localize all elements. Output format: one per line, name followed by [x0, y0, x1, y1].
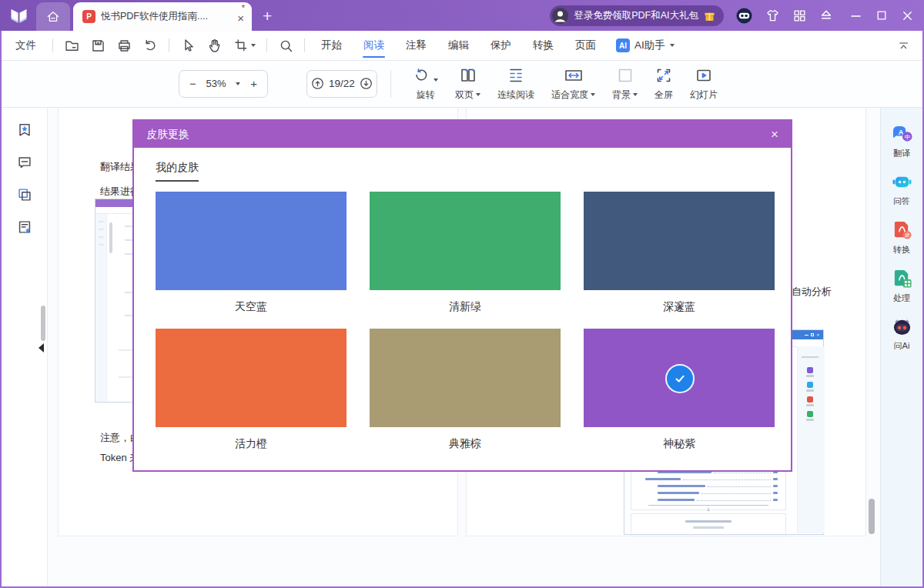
close-window-button[interactable] [902, 10, 913, 22]
skin-swatch[interactable] [584, 329, 775, 427]
save-icon[interactable] [85, 34, 111, 57]
skin-name: 神秘紫 [584, 437, 775, 453]
total-pages: 22 [343, 78, 355, 89]
previous-page-button[interactable] [310, 76, 325, 91]
tab-annotate[interactable]: 注释 [395, 31, 437, 60]
document-scrollbar-thumb[interactable] [869, 499, 875, 534]
next-page-button[interactable] [359, 76, 373, 91]
fullscreen-icon [654, 66, 673, 85]
notes-outline-panel-button[interactable] [2, 211, 48, 243]
ask-ai-button[interactable]: 问Ai [892, 317, 912, 352]
dialog-header[interactable]: 皮肤更换 × [134, 121, 791, 148]
skin-swatch[interactable] [156, 192, 346, 290]
pdf-process-icon [892, 269, 912, 289]
slideshow-icon [695, 66, 713, 85]
panel-collapse-handle[interactable] [38, 343, 44, 352]
tab-read[interactable]: 阅读 [353, 31, 395, 60]
crop-snapshot-icon[interactable] [227, 34, 261, 57]
file-menu[interactable]: 文件 [0, 38, 47, 52]
pdf-process-button[interactable]: 处理 [892, 269, 912, 304]
zoom-out-button[interactable]: − [189, 78, 196, 89]
slideshow-tool[interactable]: 幻灯片 [681, 66, 726, 102]
maximize-button[interactable] [876, 10, 887, 21]
ai-assistant-label: AI助手 [634, 38, 665, 52]
selected-check-icon [665, 364, 695, 393]
undo-icon[interactable] [137, 34, 163, 57]
skin-option[interactable]: 典雅棕 [370, 329, 561, 453]
skin-option[interactable]: 天空蓝 [156, 192, 346, 316]
avatar-icon [552, 8, 568, 24]
panel-scrollbar-thumb[interactable] [41, 306, 45, 341]
ai-qa-button[interactable]: 问答 [892, 172, 912, 207]
skin-swatch[interactable] [370, 329, 561, 427]
background-label: 背景 [612, 89, 631, 102]
thumbnails-panel-button[interactable] [2, 179, 48, 211]
fit-width-tool[interactable]: 适合宽度 [543, 66, 604, 102]
rotate-tool[interactable]: 旋转 [404, 66, 447, 102]
print-icon[interactable] [111, 34, 137, 57]
tab-close-icon[interactable]: × [237, 12, 244, 24]
hand-pan-icon[interactable] [201, 34, 227, 57]
annotations-panel-button[interactable] [2, 146, 48, 179]
open-folder-icon[interactable] [59, 34, 85, 57]
skin-swatch[interactable] [584, 192, 775, 290]
zoom-preset-chevron-icon[interactable] [236, 82, 240, 85]
pdf-convert-button[interactable]: 转换 [892, 220, 912, 256]
divider [169, 38, 169, 52]
translate-icon: A 中 [892, 125, 912, 144]
skin-swatch[interactable] [370, 192, 561, 290]
unsaved-indicator: * [242, 3, 245, 12]
fullscreen-tool[interactable]: 全屏 [646, 66, 681, 102]
home-tab-button[interactable] [36, 2, 70, 31]
background-tool[interactable]: 背景 [604, 66, 646, 102]
divider [52, 38, 53, 52]
skin-option[interactable]: 神秘紫 [584, 329, 775, 453]
skin-name: 活力橙 [156, 437, 346, 453]
document-tab[interactable]: P 悦书PDF软件使用指南.... * × [73, 2, 252, 31]
search-icon[interactable] [273, 34, 299, 57]
dialog-close-icon[interactable]: × [771, 128, 778, 141]
ai-translate-button[interactable]: A 中 翻译 [892, 125, 912, 159]
new-tab-button[interactable]: + [263, 8, 272, 24]
login-button[interactable]: 登录免费领取PDF和AI大礼包 [550, 5, 724, 26]
select-cursor-icon[interactable] [175, 34, 201, 57]
skin-swatch[interactable] [156, 329, 346, 427]
skin-theme-icon[interactable] [765, 8, 781, 24]
tab-protect[interactable]: 保护 [480, 31, 522, 60]
continuous-read-icon [507, 66, 525, 85]
divider [266, 38, 267, 52]
ask-ai-label: 问Ai [894, 340, 910, 352]
zoom-in-button[interactable]: + [250, 78, 257, 89]
doc-text-fragment: 自动分析 [792, 285, 832, 299]
zoom-value[interactable]: 53% [206, 78, 226, 89]
apps-grid-icon[interactable] [792, 8, 807, 23]
pdf-convert-label: 转换 [893, 244, 910, 256]
tab-convert[interactable]: 转换 [522, 31, 564, 60]
tab-start[interactable]: 开始 [310, 31, 353, 60]
current-page-number[interactable]: 19 [329, 78, 340, 89]
skin-name: 天空蓝 [156, 300, 346, 316]
skin-option[interactable]: 清新绿 [370, 192, 561, 316]
continuous-read-tool[interactable]: 连续阅读 [489, 66, 543, 102]
skin-name: 清新绿 [370, 300, 561, 316]
pdf-file-icon: P [82, 10, 95, 23]
boss-key-eject-icon[interactable] [819, 8, 834, 23]
ai-assistant-menu[interactable]: AI AI助手 [607, 38, 684, 52]
collapse-toolbar-icon[interactable] [897, 39, 910, 52]
tab-page[interactable]: 页面 [564, 31, 607, 60]
chevron-down-icon [591, 93, 595, 96]
left-panel-rail [2, 108, 48, 586]
skin-change-dialog: 皮肤更换 × 我的皮肤 天空蓝 清新绿 [132, 119, 792, 472]
ai-qa-label: 问答 [893, 195, 910, 207]
skin-option[interactable]: 深邃蓝 [584, 192, 775, 316]
two-page-view-tool[interactable]: 双页 [447, 66, 489, 102]
tab-edit[interactable]: 编辑 [437, 31, 480, 60]
skin-option[interactable]: 活力橙 [156, 329, 346, 453]
minimize-button[interactable] [850, 10, 862, 22]
slideshow-label: 幻灯片 [690, 89, 718, 102]
ai-badge-icon: AI [616, 38, 630, 52]
ribbon-tabs: 开始 阅读 注释 编辑 保护 转换 页面 [310, 31, 607, 60]
ai-robot-icon[interactable] [735, 7, 753, 25]
my-skins-tab[interactable]: 我的皮肤 [156, 161, 199, 182]
bookmarks-panel-button[interactable] [2, 114, 48, 146]
